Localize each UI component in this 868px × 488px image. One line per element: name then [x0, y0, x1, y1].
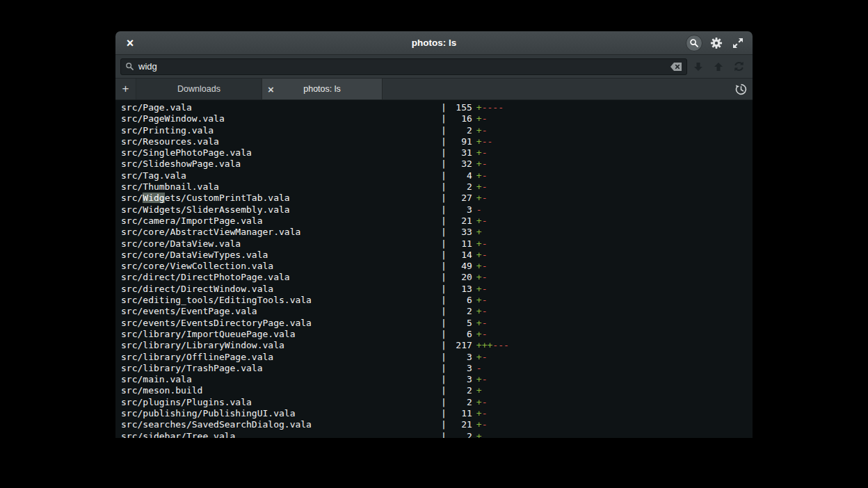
diff-stat-line: src/PageWindow.vala|16+-	[121, 113, 753, 124]
diff-stat-line: src/core/AbstractViewManager.vala|33+	[121, 227, 753, 238]
diff-stat-line: src/editing_tools/EditingTools.vala|6+-	[121, 295, 753, 306]
tab-label: photos: ls	[303, 84, 341, 94]
search-match-highlight: Widg	[143, 193, 164, 203]
diff-stat-line: src/core/ViewCollection.vala|49+-	[121, 261, 753, 272]
diff-stat-line: src/Widgets/SliderAssembly.vala|3-	[121, 204, 753, 215]
tab-label: Downloads	[177, 84, 220, 94]
diff-stat-line: src/main.vala|3+-	[121, 374, 753, 385]
tab-bar-spacer	[383, 79, 729, 99]
diff-stat-line: src/library/ImportQueuePage.vala|6+-	[121, 329, 753, 340]
fullscreen-icon	[732, 38, 744, 49]
diff-stat-line: src/events/EventsDirectoryPage.vala|5+-	[121, 318, 753, 329]
diff-stat-line: src/Tag.vala|4+-	[121, 170, 753, 181]
diff-stat-line: src/Thumbnail.vala|2+-	[121, 181, 753, 193]
diff-stat-line: src/library/LibraryWindow.vala|217+++---	[121, 340, 753, 351]
diff-stat-line: src/library/OfflinePage.vala|3+-	[121, 352, 753, 363]
diff-stat-line: src/Page.vala|155+----	[121, 102, 753, 113]
tab-close-button[interactable]: ×	[268, 79, 274, 99]
terminal-output[interactable]: src/Page.vala|155+----src/PageWindow.val…	[115, 100, 753, 438]
diff-stat-line: src/publishing/PublishingUI.vala|11+-	[121, 408, 753, 419]
search-icon	[689, 38, 699, 48]
diff-stat-line: src/direct/DirectPhotoPage.vala|20+-	[121, 272, 753, 283]
diff-stat-line: src/core/DataViewTypes.vala|14+-	[121, 250, 753, 261]
window-title: photos: ls	[115, 38, 753, 48]
diff-stat-line: src/Resources.vala|91+--	[121, 136, 753, 147]
search-query-text: widg	[138, 61, 666, 72]
diff-stat-line: src/SinglePhotoPage.vala|31+-	[121, 147, 753, 158]
diff-stat-line: src/SlideshowPage.vala|32+-	[121, 158, 753, 170]
history-button[interactable]	[729, 79, 753, 99]
search-next-button[interactable]	[689, 58, 707, 76]
diff-stat-line: src/sidebar/Tree.vala|2+	[121, 431, 753, 438]
history-icon	[735, 83, 747, 95]
diff-stat-line: src/core/DataView.vala|11+-	[121, 238, 753, 250]
diff-stat-line: src/plugins/Plugins.vala|2+-	[121, 397, 753, 408]
diff-stat-line: src/searches/SavedSearchDialog.vala|21+-	[121, 419, 753, 430]
fullscreen-button[interactable]	[730, 35, 746, 51]
arrow-up-icon	[713, 61, 724, 72]
titlebar[interactable]: × photos: ls	[115, 31, 753, 55]
diff-stat-line: src/events/EventPage.vala|2+-	[121, 306, 753, 317]
search-input[interactable]: widg	[120, 58, 687, 75]
gear-icon	[710, 37, 723, 49]
search-previous-button[interactable]	[709, 58, 728, 76]
diff-stat-line: src/library/TrashPage.vala|3-	[121, 363, 753, 374]
search-cycle-button[interactable]	[730, 58, 748, 76]
cycle-icon	[733, 60, 745, 72]
new-tab-button[interactable]: +	[115, 79, 136, 99]
diff-stat-line: src/meson.build|2+	[121, 385, 753, 396]
backspace-icon	[670, 62, 682, 72]
tab-bar: + Downloads × photos: ls	[115, 79, 753, 100]
diff-stat-line: src/Printing.vala|2+-	[121, 125, 753, 136]
arrow-down-icon	[693, 61, 704, 72]
titlebar-actions	[686, 35, 746, 51]
diff-stat-line: src/Widgets/CustomPrintTab.vala|27+-	[121, 193, 753, 204]
search-toggle-button[interactable]	[686, 35, 702, 51]
diff-stat-line: src/direct/DirectWindow.vala|13+-	[121, 284, 753, 295]
search-icon	[125, 62, 134, 71]
clear-search-button[interactable]	[670, 62, 682, 72]
diff-stat-line: src/camera/ImportPage.vala|21+-	[121, 215, 753, 227]
settings-button[interactable]	[709, 35, 724, 51]
terminal-window: × photos: ls	[115, 31, 753, 438]
search-bar: widg	[115, 55, 753, 79]
window-close-button[interactable]: ×	[122, 35, 138, 51]
tab-downloads[interactable]: Downloads	[136, 79, 262, 99]
tab-photos-ls[interactable]: × photos: ls	[262, 79, 383, 99]
